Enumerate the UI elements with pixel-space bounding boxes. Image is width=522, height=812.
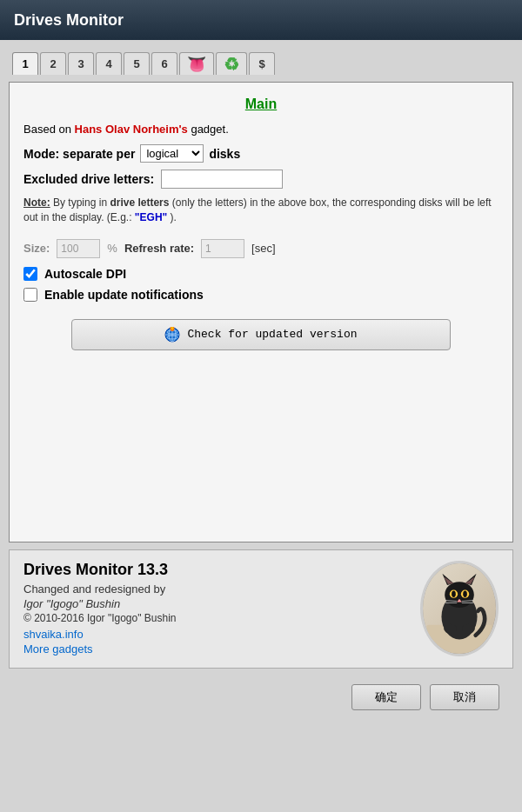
- refresh-unit: [sec]: [251, 242, 275, 255]
- note-end: ).: [171, 211, 177, 223]
- bottom-text: Drives Monitor 13.3 Changed and redesign…: [23, 561, 406, 657]
- size-input[interactable]: [57, 239, 100, 258]
- footer-buttons: 确定 取消: [9, 676, 513, 719]
- update-notify-checkbox[interactable]: [23, 288, 37, 302]
- shvaika-link[interactable]: shvaika.info: [23, 628, 406, 641]
- drive-letters-text: drive letters: [110, 196, 169, 209]
- svg-point-18: [463, 590, 467, 596]
- tab-2[interactable]: 2: [40, 52, 66, 75]
- more-gadgets-link[interactable]: More gadgets: [23, 642, 406, 656]
- excluded-input[interactable]: [161, 170, 283, 189]
- gadget-suffix: gadget.: [188, 123, 229, 136]
- check-update-button[interactable]: Check for updated version: [71, 319, 452, 350]
- tab-1[interactable]: 1: [12, 52, 38, 75]
- based-on-prefix: Based on: [23, 123, 75, 136]
- panel-title: Main: [23, 97, 499, 112]
- tab-recycle-icon-label: ♻: [224, 56, 239, 73]
- size-label: Size:: [23, 242, 50, 255]
- copyright-text: © 2010-2016 Igor "Igogo" Bushin: [23, 612, 406, 624]
- cat-image: [420, 561, 499, 656]
- tab-1-label: 1: [22, 57, 28, 70]
- confirm-button[interactable]: 确定: [351, 684, 421, 710]
- author-name: Hans Olav Norheim's: [75, 123, 188, 136]
- tab-4[interactable]: 4: [96, 52, 122, 75]
- tab-6-label: 6: [161, 57, 167, 70]
- cancel-button[interactable]: 取消: [430, 684, 499, 710]
- tab-5[interactable]: 5: [124, 52, 150, 75]
- tab-2-label: 2: [50, 57, 56, 70]
- update-notify-label: Enable update notifications: [44, 288, 204, 302]
- based-on-text: Based on Hans Olav Norheim's gadget.: [23, 123, 499, 136]
- main-container: 1 2 3 4 5 6 👅 ♻ $ Main Based on Hans Ol: [0, 40, 522, 812]
- update-notify-row: Enable update notifications: [23, 288, 499, 302]
- mode-select[interactable]: logical physical all: [140, 144, 204, 163]
- tab-lips-icon-label: 👅: [187, 57, 206, 72]
- tab-3-label: 3: [77, 57, 84, 70]
- check-button-label: Check for updated version: [187, 328, 357, 341]
- changed-by-text: Changed and redesigned by: [23, 582, 406, 596]
- tab-recycle-icon[interactable]: ♻: [216, 52, 247, 75]
- svg-point-10: [445, 582, 474, 608]
- mode-row: Mode: separate per logical physical all …: [23, 144, 499, 163]
- svg-point-24: [444, 624, 457, 634]
- tab-5-label: 5: [133, 57, 139, 70]
- title-bar: Drives Monitor: [0, 0, 522, 40]
- autoscale-label: Autoscale DPI: [44, 267, 126, 281]
- svg-point-17: [452, 590, 456, 596]
- tab-3[interactable]: 3: [68, 52, 94, 75]
- refresh-label: Refresh rate:: [124, 242, 194, 255]
- tab-dollar[interactable]: $: [249, 52, 275, 75]
- size-refresh-row: Size: % Refresh rate: [sec]: [23, 239, 499, 258]
- globe-icon: [164, 327, 180, 343]
- author-italic: Igor "Igogo" Bushin: [23, 597, 120, 610]
- svg-point-25: [462, 624, 475, 634]
- content-panel: Main Based on Hans Olav Norheim's gadget…: [9, 82, 513, 542]
- tabs-row: 1 2 3 4 5 6 👅 ♻ $: [9, 49, 513, 75]
- note-example: "EGH": [135, 211, 167, 223]
- mode-label: Mode: separate per: [23, 147, 135, 161]
- size-unit: %: [107, 242, 117, 255]
- cat-svg: [423, 563, 496, 654]
- note-text: Note: By typing in drive letters (only t…: [23, 196, 499, 225]
- bottom-section: Drives Monitor 13.3 Changed and redesign…: [9, 549, 513, 669]
- autoscale-checkbox[interactable]: [23, 267, 37, 281]
- note-label: Note:: [23, 196, 50, 209]
- autoscale-row: Autoscale DPI: [23, 267, 499, 281]
- author-italic-text: Igor "Igogo" Bushin: [23, 597, 406, 610]
- refresh-input[interactable]: [201, 239, 244, 258]
- app-title: Drives Monitor: [14, 11, 124, 30]
- tab-dollar-label: $: [258, 57, 264, 70]
- tab-6[interactable]: 6: [151, 52, 177, 75]
- note-text-1: By typing in: [53, 196, 110, 209]
- app-version-title: Drives Monitor 13.3: [23, 561, 406, 579]
- tab-lips-icon[interactable]: 👅: [179, 52, 214, 75]
- disks-label: disks: [209, 147, 240, 161]
- excluded-label: Excluded drive letters:: [23, 172, 154, 186]
- excluded-row: Excluded drive letters:: [23, 170, 499, 189]
- tab-4-label: 4: [105, 57, 111, 70]
